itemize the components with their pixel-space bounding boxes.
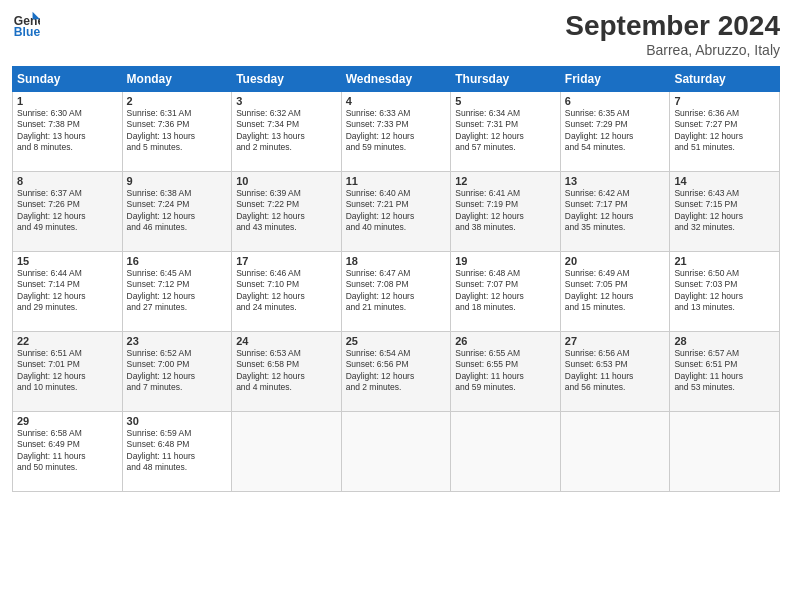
day-info: Sunrise: 6:47 AM Sunset: 7:08 PM Dayligh…: [346, 268, 447, 314]
day-info: Sunrise: 6:59 AM Sunset: 6:48 PM Dayligh…: [127, 428, 228, 474]
week-row-3: 15Sunrise: 6:44 AM Sunset: 7:14 PM Dayli…: [13, 252, 780, 332]
calendar-cell-w5d4: [341, 412, 451, 492]
calendar-cell-w1d5: 5Sunrise: 6:34 AM Sunset: 7:31 PM Daylig…: [451, 92, 561, 172]
day-number: 27: [565, 335, 666, 347]
week-row-1: 1Sunrise: 6:30 AM Sunset: 7:38 PM Daylig…: [13, 92, 780, 172]
day-number: 2: [127, 95, 228, 107]
day-info: Sunrise: 6:45 AM Sunset: 7:12 PM Dayligh…: [127, 268, 228, 314]
calendar-header-row: Sunday Monday Tuesday Wednesday Thursday…: [13, 67, 780, 92]
day-number: 6: [565, 95, 666, 107]
calendar-cell-w1d3: 3Sunrise: 6:32 AM Sunset: 7:34 PM Daylig…: [232, 92, 342, 172]
calendar-cell-w1d7: 7Sunrise: 6:36 AM Sunset: 7:27 PM Daylig…: [670, 92, 780, 172]
day-info: Sunrise: 6:38 AM Sunset: 7:24 PM Dayligh…: [127, 188, 228, 234]
calendar-cell-w2d7: 14Sunrise: 6:43 AM Sunset: 7:15 PM Dayli…: [670, 172, 780, 252]
calendar-cell-w2d4: 11Sunrise: 6:40 AM Sunset: 7:21 PM Dayli…: [341, 172, 451, 252]
page-container: General Blue September 2024 Barrea, Abru…: [0, 0, 792, 612]
day-number: 25: [346, 335, 447, 347]
day-number: 10: [236, 175, 337, 187]
day-number: 1: [17, 95, 118, 107]
calendar-cell-w3d1: 15Sunrise: 6:44 AM Sunset: 7:14 PM Dayli…: [13, 252, 123, 332]
day-info: Sunrise: 6:43 AM Sunset: 7:15 PM Dayligh…: [674, 188, 775, 234]
col-sunday: Sunday: [13, 67, 123, 92]
calendar-cell-w5d5: [451, 412, 561, 492]
day-number: 20: [565, 255, 666, 267]
calendar-cell-w5d6: [560, 412, 670, 492]
day-info: Sunrise: 6:35 AM Sunset: 7:29 PM Dayligh…: [565, 108, 666, 154]
day-info: Sunrise: 6:53 AM Sunset: 6:58 PM Dayligh…: [236, 348, 337, 394]
col-thursday: Thursday: [451, 67, 561, 92]
day-number: 4: [346, 95, 447, 107]
calendar-cell-w2d5: 12Sunrise: 6:41 AM Sunset: 7:19 PM Dayli…: [451, 172, 561, 252]
calendar-cell-w4d7: 28Sunrise: 6:57 AM Sunset: 6:51 PM Dayli…: [670, 332, 780, 412]
day-number: 5: [455, 95, 556, 107]
week-row-5: 29Sunrise: 6:58 AM Sunset: 6:49 PM Dayli…: [13, 412, 780, 492]
calendar-cell-w3d3: 17Sunrise: 6:46 AM Sunset: 7:10 PM Dayli…: [232, 252, 342, 332]
logo: General Blue: [12, 10, 42, 38]
week-row-2: 8Sunrise: 6:37 AM Sunset: 7:26 PM Daylig…: [13, 172, 780, 252]
svg-text:Blue: Blue: [14, 25, 40, 38]
calendar-cell-w3d4: 18Sunrise: 6:47 AM Sunset: 7:08 PM Dayli…: [341, 252, 451, 332]
day-info: Sunrise: 6:33 AM Sunset: 7:33 PM Dayligh…: [346, 108, 447, 154]
day-info: Sunrise: 6:41 AM Sunset: 7:19 PM Dayligh…: [455, 188, 556, 234]
day-info: Sunrise: 6:56 AM Sunset: 6:53 PM Dayligh…: [565, 348, 666, 394]
day-info: Sunrise: 6:46 AM Sunset: 7:10 PM Dayligh…: [236, 268, 337, 314]
calendar-cell-w1d6: 6Sunrise: 6:35 AM Sunset: 7:29 PM Daylig…: [560, 92, 670, 172]
day-number: 18: [346, 255, 447, 267]
day-number: 8: [17, 175, 118, 187]
day-number: 17: [236, 255, 337, 267]
day-info: Sunrise: 6:39 AM Sunset: 7:22 PM Dayligh…: [236, 188, 337, 234]
day-info: Sunrise: 6:36 AM Sunset: 7:27 PM Dayligh…: [674, 108, 775, 154]
calendar-cell-w5d1: 29Sunrise: 6:58 AM Sunset: 6:49 PM Dayli…: [13, 412, 123, 492]
calendar: Sunday Monday Tuesday Wednesday Thursday…: [12, 66, 780, 492]
day-number: 16: [127, 255, 228, 267]
day-info: Sunrise: 6:54 AM Sunset: 6:56 PM Dayligh…: [346, 348, 447, 394]
day-number: 11: [346, 175, 447, 187]
calendar-cell-w2d2: 9Sunrise: 6:38 AM Sunset: 7:24 PM Daylig…: [122, 172, 232, 252]
calendar-cell-w3d7: 21Sunrise: 6:50 AM Sunset: 7:03 PM Dayli…: [670, 252, 780, 332]
calendar-cell-w3d2: 16Sunrise: 6:45 AM Sunset: 7:12 PM Dayli…: [122, 252, 232, 332]
day-number: 9: [127, 175, 228, 187]
calendar-cell-w1d1: 1Sunrise: 6:30 AM Sunset: 7:38 PM Daylig…: [13, 92, 123, 172]
day-info: Sunrise: 6:55 AM Sunset: 6:55 PM Dayligh…: [455, 348, 556, 394]
day-number: 14: [674, 175, 775, 187]
day-number: 24: [236, 335, 337, 347]
col-saturday: Saturday: [670, 67, 780, 92]
calendar-cell-w4d5: 26Sunrise: 6:55 AM Sunset: 6:55 PM Dayli…: [451, 332, 561, 412]
day-number: 28: [674, 335, 775, 347]
day-info: Sunrise: 6:44 AM Sunset: 7:14 PM Dayligh…: [17, 268, 118, 314]
header: General Blue September 2024 Barrea, Abru…: [12, 10, 780, 58]
day-number: 12: [455, 175, 556, 187]
day-info: Sunrise: 6:49 AM Sunset: 7:05 PM Dayligh…: [565, 268, 666, 314]
day-number: 26: [455, 335, 556, 347]
day-number: 7: [674, 95, 775, 107]
calendar-cell-w4d6: 27Sunrise: 6:56 AM Sunset: 6:53 PM Dayli…: [560, 332, 670, 412]
col-wednesday: Wednesday: [341, 67, 451, 92]
title-section: September 2024 Barrea, Abruzzo, Italy: [565, 10, 780, 58]
calendar-cell-w1d2: 2Sunrise: 6:31 AM Sunset: 7:36 PM Daylig…: [122, 92, 232, 172]
day-info: Sunrise: 6:51 AM Sunset: 7:01 PM Dayligh…: [17, 348, 118, 394]
week-row-4: 22Sunrise: 6:51 AM Sunset: 7:01 PM Dayli…: [13, 332, 780, 412]
calendar-cell-w5d2: 30Sunrise: 6:59 AM Sunset: 6:48 PM Dayli…: [122, 412, 232, 492]
location: Barrea, Abruzzo, Italy: [565, 42, 780, 58]
day-info: Sunrise: 6:34 AM Sunset: 7:31 PM Dayligh…: [455, 108, 556, 154]
day-number: 29: [17, 415, 118, 427]
calendar-cell-w2d6: 13Sunrise: 6:42 AM Sunset: 7:17 PM Dayli…: [560, 172, 670, 252]
month-title: September 2024: [565, 10, 780, 42]
calendar-cell-w2d1: 8Sunrise: 6:37 AM Sunset: 7:26 PM Daylig…: [13, 172, 123, 252]
day-info: Sunrise: 6:52 AM Sunset: 7:00 PM Dayligh…: [127, 348, 228, 394]
logo-icon: General Blue: [12, 10, 40, 38]
day-info: Sunrise: 6:31 AM Sunset: 7:36 PM Dayligh…: [127, 108, 228, 154]
day-number: 13: [565, 175, 666, 187]
day-number: 22: [17, 335, 118, 347]
day-info: Sunrise: 6:42 AM Sunset: 7:17 PM Dayligh…: [565, 188, 666, 234]
day-number: 30: [127, 415, 228, 427]
day-info: Sunrise: 6:32 AM Sunset: 7:34 PM Dayligh…: [236, 108, 337, 154]
day-info: Sunrise: 6:30 AM Sunset: 7:38 PM Dayligh…: [17, 108, 118, 154]
calendar-cell-w5d7: [670, 412, 780, 492]
day-number: 15: [17, 255, 118, 267]
calendar-cell-w5d3: [232, 412, 342, 492]
day-number: 23: [127, 335, 228, 347]
col-monday: Monday: [122, 67, 232, 92]
day-info: Sunrise: 6:48 AM Sunset: 7:07 PM Dayligh…: [455, 268, 556, 314]
calendar-cell-w4d2: 23Sunrise: 6:52 AM Sunset: 7:00 PM Dayli…: [122, 332, 232, 412]
